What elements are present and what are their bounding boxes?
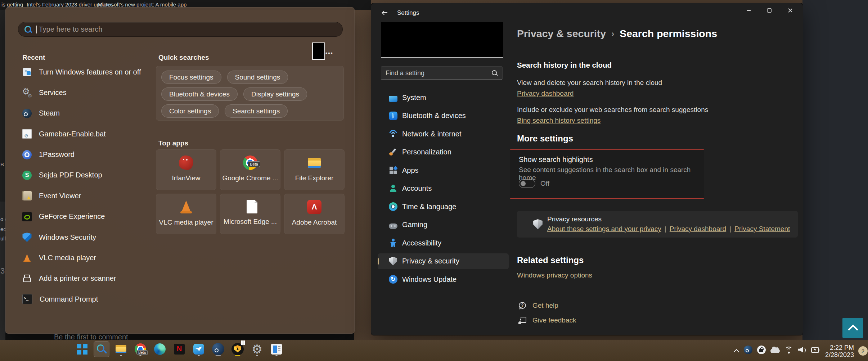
app-window-button[interactable] bbox=[269, 341, 284, 357]
windows-search-flyout: Recent Turn Windows features on or off S… bbox=[5, 7, 355, 334]
settings-search-box[interactable] bbox=[381, 66, 503, 80]
give-feedback-row[interactable]: Give feedback bbox=[518, 316, 576, 325]
about-settings-link[interactable]: About these settings and your privacy bbox=[547, 225, 661, 233]
close-button[interactable] bbox=[780, 3, 801, 18]
file-explorer-button[interactable] bbox=[113, 341, 129, 357]
search-box[interactable] bbox=[18, 22, 343, 37]
minimize-button[interactable] bbox=[738, 3, 759, 18]
settings-nav-item[interactable]: Network & internet bbox=[378, 126, 509, 142]
edge-button[interactable] bbox=[152, 341, 168, 357]
settings-nav-item[interactable]: Accounts bbox=[378, 181, 509, 197]
get-help-row[interactable]: Get help bbox=[518, 301, 558, 310]
settings-nav-item[interactable]: Apps bbox=[378, 162, 509, 178]
privacy-dashboard-link[interactable]: Privacy dashboard bbox=[517, 90, 574, 98]
vlc-cone-icon bbox=[22, 253, 32, 263]
steam-button[interactable] bbox=[210, 341, 226, 357]
chrome-beta-button[interactable]: Beta bbox=[132, 341, 148, 357]
quick-search-pill[interactable]: Sound settings bbox=[227, 71, 288, 84]
netflix-button[interactable] bbox=[171, 341, 187, 357]
top-app-card[interactable]: Beta Google Chrome ... bbox=[220, 149, 280, 190]
privacy-shield-icon bbox=[533, 219, 543, 229]
settings-nav-item[interactable]: Accessibility bbox=[378, 235, 509, 251]
privacy-statement-link[interactable]: Privacy Statement bbox=[734, 225, 790, 233]
quick-search-pill[interactable]: Focus settings bbox=[161, 71, 221, 84]
settings-nav-item[interactable]: Privacy & security bbox=[378, 253, 509, 269]
settings-nav-item[interactable]: Personalization bbox=[378, 144, 509, 160]
top-app-card[interactable]: VLC media player bbox=[156, 194, 216, 234]
search-icon bbox=[96, 344, 107, 355]
mail-app-button[interactable] bbox=[191, 341, 207, 357]
settings-nav-item[interactable]: System bbox=[378, 90, 509, 105]
settings-nav-item[interactable]: Windows Update bbox=[378, 271, 509, 287]
recent-item[interactable]: 1Password bbox=[22, 147, 148, 163]
recent-item[interactable]: Steam bbox=[22, 105, 148, 121]
beta-badge: Beta bbox=[248, 161, 260, 167]
top-app-card[interactable]: File Explorer bbox=[284, 149, 345, 190]
top-app-card[interactable]: Adobe Acrobat bbox=[284, 194, 345, 234]
recent-item[interactable]: Turn Windows features on or off bbox=[22, 64, 148, 80]
back-button[interactable] bbox=[378, 6, 391, 19]
recent-item-label: Add a printer or scanner bbox=[39, 274, 116, 283]
recent-item[interactable]: Sejda PDF Desktop bbox=[22, 167, 148, 183]
adguard-tray-icon[interactable] bbox=[757, 346, 766, 354]
network-internet-icon bbox=[389, 130, 397, 138]
battery-charging-icon[interactable] bbox=[811, 346, 820, 354]
top-app-card[interactable]: Microsoft Edge ... bbox=[220, 194, 280, 234]
give-feedback-icon bbox=[518, 316, 527, 325]
recent-item[interactable]: Gamebar-Enable.bat bbox=[22, 126, 148, 142]
volume-icon[interactable] bbox=[798, 346, 806, 354]
recent-item[interactable]: Command Prompt bbox=[22, 291, 148, 307]
settings-nav-item[interactable]: Time & language bbox=[378, 199, 509, 215]
time-language-icon bbox=[389, 202, 397, 211]
breadcrumb-parent[interactable]: Privacy & security bbox=[517, 28, 606, 40]
quick-search-pill[interactable]: Search settings bbox=[225, 104, 288, 118]
recent-section-title: Recent bbox=[22, 54, 45, 62]
accounts-person-icon bbox=[389, 184, 397, 193]
taskbar-clock[interactable]: 2:22 PM 2/28/2023 bbox=[821, 344, 854, 358]
settings-nav-label: Apps bbox=[402, 166, 419, 175]
quick-searches-panel: Focus settingsSound settings Bluetooth &… bbox=[156, 66, 344, 121]
onedrive-icon[interactable] bbox=[770, 349, 780, 353]
file-explorer-icon bbox=[115, 343, 127, 355]
pause-icon bbox=[241, 340, 245, 345]
recent-item[interactable]: VLC media player bbox=[22, 250, 148, 266]
adguard-button[interactable] bbox=[230, 341, 246, 357]
maximize-button[interactable] bbox=[759, 3, 780, 18]
privacy-dashboard-link[interactable]: Privacy dashboard bbox=[670, 225, 726, 233]
steam-tray-icon[interactable] bbox=[744, 346, 752, 354]
notification-count-badge[interactable]: 2 bbox=[858, 346, 868, 356]
scroll-to-top-button[interactable] bbox=[842, 318, 863, 338]
text-caret bbox=[36, 26, 37, 33]
quick-search-pill[interactable]: Color settings bbox=[161, 104, 219, 118]
windows-privacy-options-link[interactable]: Windows privacy options bbox=[517, 271, 592, 279]
get-help-link[interactable]: Get help bbox=[532, 302, 558, 310]
more-options-button[interactable]: ••• bbox=[325, 50, 333, 56]
search-highlights-toggle[interactable] bbox=[519, 179, 535, 188]
recent-item[interactable]: Add a printer or scanner bbox=[22, 271, 148, 286]
recent-item[interactable]: Windows Security bbox=[22, 229, 148, 245]
wifi-icon[interactable] bbox=[784, 346, 793, 354]
top-app-card[interactable]: IrfanView bbox=[156, 149, 216, 190]
recent-list: Turn Windows features on or off Services… bbox=[22, 64, 148, 307]
tray-overflow-button[interactable] bbox=[731, 346, 742, 356]
toggle-state-label: Off bbox=[540, 180, 549, 188]
edge-icon bbox=[154, 343, 166, 355]
settings-button[interactable]: ⚙ bbox=[249, 341, 265, 357]
recent-item-label: Windows Security bbox=[39, 233, 96, 242]
search-input[interactable] bbox=[38, 25, 343, 34]
find-setting-input[interactable] bbox=[381, 69, 491, 77]
quick-search-pill[interactable]: Bluetooth & devices bbox=[161, 87, 238, 101]
recent-item[interactable]: Services bbox=[22, 85, 148, 100]
recent-item[interactable]: GeForce Experience bbox=[22, 209, 148, 225]
taskbar-search-button[interactable] bbox=[94, 341, 109, 357]
settings-nav-item[interactable]: Bluetooth & devices bbox=[378, 108, 509, 124]
settings-nav-item[interactable]: Gaming bbox=[378, 217, 509, 233]
quick-search-pill[interactable]: Display settings bbox=[243, 87, 307, 101]
bing-history-link[interactable]: Bing search history settings bbox=[517, 117, 601, 125]
link-separator: | bbox=[665, 225, 666, 233]
minimize-icon bbox=[747, 10, 751, 11]
give-feedback-link[interactable]: Give feedback bbox=[532, 316, 576, 324]
recent-item[interactable]: Event Viewer bbox=[22, 188, 148, 204]
taskbar-icons: Beta ⚙ bbox=[74, 341, 284, 357]
start-button[interactable] bbox=[74, 341, 90, 357]
